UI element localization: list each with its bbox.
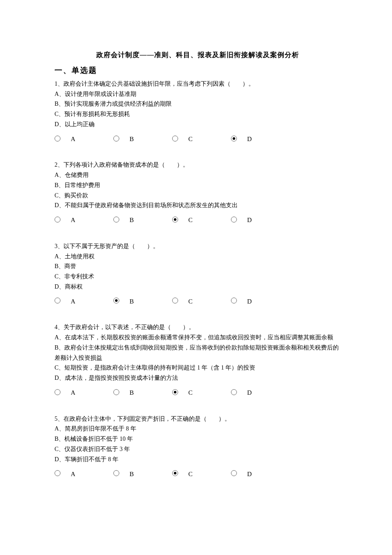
radio-choice-c[interactable]: C xyxy=(172,387,231,399)
radio-icon xyxy=(55,470,61,476)
radio-icon xyxy=(55,389,61,395)
question-stem: 3、以下不属于无形资产的是（ ）。 xyxy=(55,241,341,251)
radio-row: A B C D xyxy=(55,215,341,226)
question-4: 4、关于政府会计，以下表述，不正确的是（ ）。 A、在成本法下，长期股权投资的账… xyxy=(55,322,341,398)
radio-label: A xyxy=(71,469,75,480)
radio-label: D xyxy=(247,469,252,480)
radio-icon xyxy=(172,136,178,142)
question-option-a: A、土地使用权 xyxy=(55,251,341,262)
question-option-a: A、设计使用年限或设计基准期 xyxy=(55,89,341,99)
radio-choice-d[interactable]: D xyxy=(231,296,290,307)
radio-choice-a[interactable]: A xyxy=(55,469,113,480)
radio-icon-selected xyxy=(172,217,178,223)
radio-choice-c[interactable]: C xyxy=(172,469,231,480)
question-option-a: A、在成本法下，长期股权投资的账面余额通常保持不变，但追加或收回投资时，应当相应… xyxy=(55,332,341,343)
radio-choice-d[interactable]: D xyxy=(231,134,290,145)
radio-label: D xyxy=(247,134,252,145)
radio-choice-d[interactable]: D xyxy=(231,387,290,399)
radio-choice-d[interactable]: D xyxy=(231,215,290,226)
question-option-d: D、不能归属于使政府储备物资达到目前场所和状态所发生的其他支出 xyxy=(55,200,341,211)
radio-choice-a[interactable]: A xyxy=(55,215,113,226)
question-option-b: B、日常维护费用 xyxy=(55,180,341,191)
question-option-c: C、预计有形损耗和无形损耗 xyxy=(55,109,341,119)
radio-label: B xyxy=(130,134,134,145)
radio-choice-b[interactable]: B xyxy=(113,296,172,307)
radio-label: A xyxy=(71,296,75,307)
radio-choice-a[interactable]: A xyxy=(55,387,113,399)
question-option-d: D、成本法，是指投资按照投资成本计量的方法 xyxy=(55,373,341,383)
radio-label: C xyxy=(188,134,193,145)
question-option-c: C、购买价款 xyxy=(55,191,341,201)
question-option-a: A、简易房折旧年限不低于 8 年 xyxy=(55,424,341,434)
question-option-b: B、商誉 xyxy=(55,261,341,272)
radio-label: A xyxy=(71,134,75,145)
question-option-d: D、商标权 xyxy=(55,282,341,292)
document-page: 政府会计制度——准则、科目、报表及新旧衔接解读及案例分析 一、单选题 1、政府会… xyxy=(0,0,392,555)
radio-choice-c[interactable]: C xyxy=(172,215,231,226)
question-3: 3、以下不属于无形资产的是（ ）。 A、土地使用权 B、商誉 C、非专利技术 D… xyxy=(55,241,341,307)
radio-choice-b[interactable]: B xyxy=(113,387,172,399)
radio-icon xyxy=(55,136,61,142)
question-option-c: C、短期投资，是指政府会计主体取得的持有时间超过 1 年（含 1 年）的投资 xyxy=(55,363,341,373)
question-1: 1、政府会计主体确定公共基础设施折旧年限，应当考虑下列因素（ ）。 A、设计使用… xyxy=(55,79,341,145)
page-title: 政府会计制度——准则、科目、报表及新旧衔接解读及案例分析 xyxy=(55,49,341,61)
question-stem: 4、关于政府会计，以下表述，不正确的是（ ）。 xyxy=(55,322,341,332)
radio-label: B xyxy=(130,296,134,307)
radio-label: D xyxy=(247,387,252,399)
radio-icon xyxy=(113,217,119,223)
radio-choice-c[interactable]: C xyxy=(172,134,231,145)
radio-icon-selected xyxy=(172,389,178,395)
question-option-d: D、车辆折旧不低于 8 年 xyxy=(55,454,341,465)
radio-icon-selected xyxy=(172,470,178,476)
radio-choice-b[interactable]: B xyxy=(113,134,172,145)
radio-label: A xyxy=(71,387,75,399)
radio-choice-b[interactable]: B xyxy=(113,469,172,480)
radio-icon xyxy=(231,217,237,223)
question-stem: 1、政府会计主体确定公共基础设施折旧年限，应当考虑下列因素（ ）。 xyxy=(55,79,341,89)
radio-label: C xyxy=(188,469,193,480)
radio-icon xyxy=(113,136,119,142)
radio-choice-c[interactable]: C xyxy=(172,296,231,307)
radio-icon xyxy=(55,298,61,304)
section-heading: 一、单选题 xyxy=(55,64,341,77)
radio-row: A B C D xyxy=(55,296,341,307)
radio-choice-a[interactable]: A xyxy=(55,296,113,307)
question-option-d: D、以上均正确 xyxy=(55,119,341,130)
question-2: 2、下列各项计入政府储备物资成本的是（ ）。 A、仓储费用 B、日常维护费用 C… xyxy=(55,160,341,225)
radio-row: A B C D xyxy=(55,134,341,145)
radio-choice-a[interactable]: A xyxy=(55,134,113,145)
radio-label: D xyxy=(247,296,252,307)
question-option-b: B、机械设备折旧不低于 10 年 xyxy=(55,434,341,444)
radio-choice-b[interactable]: B xyxy=(113,215,172,226)
radio-icon xyxy=(231,470,237,476)
radio-label: B xyxy=(130,387,134,399)
radio-icon xyxy=(55,217,61,223)
radio-icon-selected xyxy=(231,136,237,142)
radio-label: C xyxy=(188,215,193,226)
radio-icon xyxy=(113,389,119,395)
radio-choice-d[interactable]: D xyxy=(231,469,290,480)
radio-label: C xyxy=(188,387,193,399)
radio-icon xyxy=(231,389,237,395)
radio-icon xyxy=(113,470,119,476)
radio-icon xyxy=(172,298,178,304)
question-stem: 2、下列各项计入政府储备物资成本的是（ ）。 xyxy=(55,160,341,170)
radio-label: B xyxy=(130,469,134,480)
radio-label: C xyxy=(188,296,193,307)
question-option-c: C、仪器仪表折旧不低于 3 年 xyxy=(55,444,341,454)
question-stem: 5、在政府会计主体中，下列固定资产折旧，不正确的是（ ）。 xyxy=(55,414,341,424)
radio-label: D xyxy=(247,215,252,226)
radio-row: A B C D xyxy=(55,387,341,399)
radio-label: B xyxy=(130,215,134,226)
radio-label: A xyxy=(71,215,75,226)
radio-icon-selected xyxy=(113,298,119,304)
question-option-b: B、政府会计主体按规定出售或到期收回短期投资，应当将收到的价款扣除短期投资账面余… xyxy=(55,343,341,363)
question-option-a: A、仓储费用 xyxy=(55,170,341,180)
question-5: 5、在政府会计主体中，下列固定资产折旧，不正确的是（ ）。 A、简易房折旧年限不… xyxy=(55,414,341,480)
question-option-c: C、非专利技术 xyxy=(55,272,341,282)
radio-row: A B C D xyxy=(55,469,341,480)
radio-icon xyxy=(231,298,237,304)
question-option-b: B、预计实现服务潜力或提供经济利益的期限 xyxy=(55,99,341,109)
